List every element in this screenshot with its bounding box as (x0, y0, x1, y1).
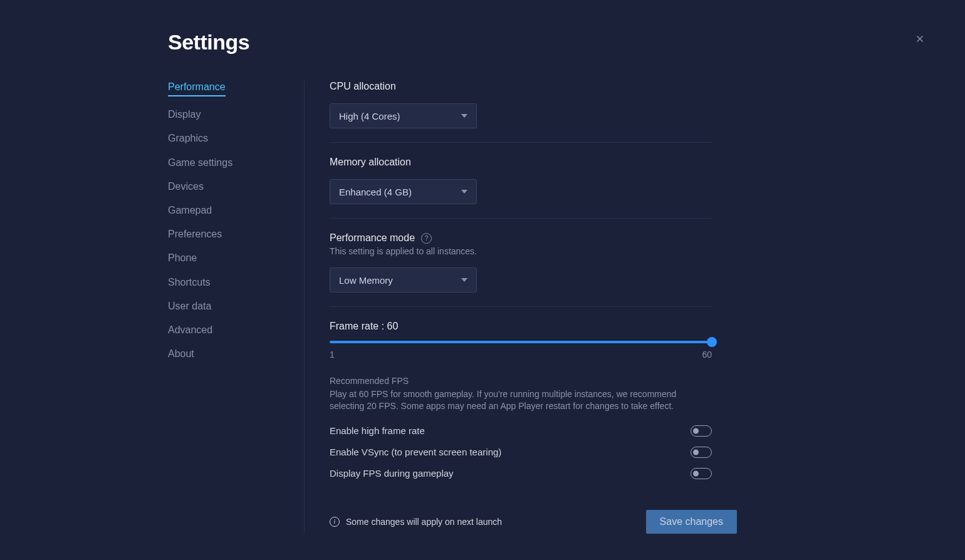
chevron-down-icon (461, 190, 467, 194)
recommended-title: Recommended FPS (330, 376, 712, 386)
sidebar-item-game-settings[interactable]: Game settings (168, 157, 232, 169)
section-framerate: Frame rate : 60 1 60 Recommended FPS Pla… (330, 321, 712, 480)
framerate-min: 1 (330, 350, 335, 360)
sidebar-item-phone[interactable]: Phone (168, 252, 197, 264)
info-icon: i (330, 517, 340, 527)
toggle-high-frame[interactable] (691, 425, 712, 437)
sidebar-item-devices[interactable]: Devices (168, 180, 204, 192)
help-icon[interactable]: ? (421, 233, 432, 244)
cpu-label: CPU allocation (330, 81, 712, 92)
toggle-knob (693, 470, 699, 476)
perfmode-label: Performance mode ? (330, 232, 712, 244)
cpu-select-value: High (4 Cores) (339, 111, 400, 122)
cpu-select[interactable]: High (4 Cores) (330, 103, 477, 128)
memory-select[interactable]: Enhanced (4 GB) (330, 179, 477, 204)
memory-select-value: Enhanced (4 GB) (339, 187, 412, 197)
framerate-slider-thumb[interactable] (707, 337, 717, 347)
sidebar-item-shortcuts[interactable]: Shortcuts (168, 276, 211, 288)
toggle-row-vsync: Enable VSync (to prevent screen tearing) (330, 446, 712, 459)
close-icon (914, 33, 926, 44)
toggle-label-vsync: Enable VSync (to prevent screen tearing) (330, 447, 501, 457)
toggle-knob (693, 428, 699, 433)
toggle-label-display-fps: Display FPS during gameplay (330, 468, 454, 479)
perfmode-label-text: Performance mode (330, 232, 415, 244)
sidebar-item-user-data[interactable]: User data (168, 300, 211, 312)
settings-sidebar: Performance Display Graphics Game settin… (168, 81, 305, 534)
page-title: Settings (168, 30, 965, 54)
toggle-row-display-fps: Display FPS during gameplay (330, 467, 712, 480)
section-perfmode: Performance mode ? This setting is appli… (330, 232, 712, 307)
perfmode-sub: This setting is applied to all instances… (330, 246, 712, 256)
framerate-slider[interactable] (330, 341, 712, 343)
perfmode-select-value: Low Memory (339, 275, 393, 286)
sidebar-item-display[interactable]: Display (168, 108, 201, 120)
close-button[interactable] (910, 29, 930, 49)
framerate-label: Frame rate : 60 (330, 321, 712, 332)
save-button[interactable]: Save changes (646, 510, 737, 534)
sidebar-item-advanced[interactable]: Advanced (168, 324, 212, 336)
sidebar-item-gamepad[interactable]: Gamepad (168, 204, 212, 216)
footer-note: i Some changes will apply on next launch (330, 517, 502, 527)
memory-label: Memory allocation (330, 157, 712, 168)
recommended-body: Play at 60 FPS for smooth gameplay. If y… (330, 388, 712, 412)
toggle-row-high-frame: Enable high frame rate (330, 425, 712, 437)
chevron-down-icon (461, 278, 467, 282)
sidebar-item-about[interactable]: About (168, 348, 194, 360)
footer: i Some changes will apply on next launch… (330, 510, 737, 534)
toggle-vsync[interactable] (691, 447, 712, 458)
sidebar-item-preferences[interactable]: Preferences (168, 228, 222, 240)
framerate-range: 1 60 (330, 350, 712, 360)
sidebar-item-performance[interactable]: Performance (168, 81, 226, 96)
framerate-value: 60 (387, 321, 399, 331)
framerate-max: 60 (702, 350, 712, 360)
section-memory: Memory allocation Enhanced (4 GB) (330, 157, 712, 219)
footer-note-text: Some changes will apply on next launch (346, 517, 502, 527)
toggle-label-high-frame: Enable high frame rate (330, 425, 425, 436)
settings-content: CPU allocation High (4 Cores) Memory all… (305, 81, 712, 534)
perfmode-select[interactable]: Low Memory (330, 267, 477, 293)
toggle-knob (693, 449, 699, 455)
framerate-label-prefix: Frame rate : (330, 321, 384, 331)
sidebar-item-graphics[interactable]: Graphics (168, 132, 208, 144)
toggle-display-fps[interactable] (691, 468, 712, 479)
chevron-down-icon (461, 114, 467, 118)
section-cpu: CPU allocation High (4 Cores) (330, 81, 712, 143)
